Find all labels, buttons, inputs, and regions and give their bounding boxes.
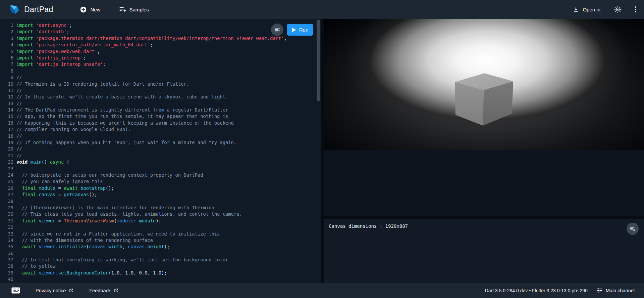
line-number: 6 — [0, 55, 13, 61]
line-number: 17 — [0, 126, 13, 133]
line-number: 20 — [0, 146, 13, 152]
code-line[interactable]: 9// — [0, 74, 321, 81]
code-line[interactable]: 8 — [0, 68, 321, 74]
format-button[interactable] — [271, 24, 283, 36]
code-line[interactable]: 30 // This class lets you load assets, l… — [0, 211, 321, 217]
line-number: 37 — [0, 257, 13, 263]
new-button-label: New — [90, 7, 100, 12]
code-line[interactable]: 38 // to yellow — [0, 263, 321, 269]
line-number: 21 — [0, 153, 13, 159]
code-line[interactable]: 13// — [0, 100, 321, 107]
run-button-label: Run — [299, 27, 309, 33]
samples-button-label: Samples — [129, 7, 149, 12]
channel-selector[interactable]: Main channel — [596, 287, 635, 294]
run-button[interactable]: Run — [287, 24, 313, 36]
code-line[interactable]: 4import 'package:vector_math/vector_math… — [0, 42, 321, 48]
new-button[interactable]: New — [78, 6, 102, 13]
code-line[interactable]: 23 — [0, 166, 321, 172]
code-line[interactable]: 5import 'package:web/web.dart'; — [0, 48, 321, 55]
code-line[interactable]: 24 // boilerplate to setup our rendering… — [0, 172, 321, 178]
code-line[interactable]: 37 // to test that everything is working… — [0, 257, 321, 263]
code-text — [16, 250, 19, 257]
code-text: import 'dart:js_interop_unsafe'; — [16, 61, 106, 68]
code-text: // If nothing happens when you hit "Run"… — [16, 139, 236, 146]
code-line[interactable]: 19// If nothing happens when you hit "Ru… — [0, 139, 321, 146]
code-line[interactable]: 28 — [0, 198, 321, 205]
code-line[interactable]: 29 // [ThermionViewer] is the main inter… — [0, 205, 321, 211]
privacy-notice-link[interactable]: Privacy notice — [36, 288, 74, 293]
code-line[interactable]: 21// — [0, 153, 321, 159]
code-line[interactable]: 6import 'dart:js_interop'; — [0, 55, 321, 61]
code-line[interactable]: 27 final canvas = getCanvas(); — [0, 191, 321, 198]
code-text: // Thermion is a 3D rendering toolkit fo… — [16, 81, 189, 87]
download-icon — [573, 6, 579, 13]
code-line[interactable]: 31 final viewer = ThermionViewerWasm(mod… — [0, 218, 321, 224]
line-number: 29 — [0, 205, 13, 211]
code-line[interactable]: 17// compiler running on Google Cloud Ru… — [0, 126, 321, 133]
line-number: 36 — [0, 250, 13, 257]
code-text: // The DartPad environment is slightly d… — [16, 107, 228, 113]
clear-console-button[interactable] — [627, 223, 639, 235]
line-number: 39 — [0, 270, 13, 276]
code-editor[interactable]: 1import 'dart:async';2import 'dart:math'… — [0, 19, 321, 283]
code-line[interactable]: 11// — [0, 87, 321, 94]
open-in-label: Open in — [583, 7, 600, 12]
code-line[interactable]: 22void main() async { — [0, 159, 321, 165]
external-link-icon — [113, 288, 119, 293]
line-number: 35 — [0, 244, 13, 250]
vertical-splitter[interactable] — [321, 19, 324, 283]
horizontal-splitter[interactable] — [324, 216, 644, 219]
app-title: DartPad — [24, 5, 53, 14]
code-line[interactable]: 12// In this sample, we'll create a basi… — [0, 94, 321, 100]
code-line[interactable]: 20// — [0, 146, 321, 152]
console-output: Canvas dimensions : 644x298 — [329, 223, 408, 229]
code-text — [16, 224, 19, 230]
line-number: 27 — [0, 191, 13, 198]
line-number: 11 — [0, 87, 13, 94]
code-line[interactable]: 3import 'package:thermion_dart/thermion_… — [0, 35, 321, 42]
line-number: 34 — [0, 237, 13, 244]
console-panel: Canvas dimensions : 644x298 — [324, 219, 644, 283]
code-line[interactable]: 32 — [0, 224, 321, 230]
editor-scrollbar-thumb[interactable] — [317, 20, 320, 101]
line-number: 31 — [0, 218, 13, 224]
kebab-menu-icon — [635, 5, 637, 13]
open-in-button[interactable]: Open in — [571, 6, 602, 13]
code-line[interactable]: 16// happening (this is because we aren'… — [0, 120, 321, 126]
code-line[interactable]: 34 // with the dimensions of the renderi… — [0, 237, 321, 244]
code-line[interactable]: 15// app, so the first time you run this… — [0, 113, 321, 120]
sdk-version-text: Dart 3.5.0-284.0.dev • Flutter 3.23.0-13… — [485, 288, 588, 293]
samples-button[interactable]: Samples — [117, 5, 151, 13]
code-text: // — [16, 146, 22, 152]
code-text: // [ThermionViewer] is the main interfac… — [16, 205, 214, 211]
keyboard-shortcuts-button[interactable] — [10, 286, 21, 295]
code-line[interactable]: 36 — [0, 250, 321, 257]
code-line[interactable]: 18// — [0, 133, 321, 139]
code-text: import 'package:thermion_dart/thermion_d… — [16, 35, 287, 42]
code-line[interactable]: 40 — [0, 276, 321, 283]
line-number: 33 — [0, 231, 13, 237]
brightness-sun-icon — [614, 5, 622, 13]
theme-brightness-button[interactable] — [612, 4, 623, 15]
overflow-menu-button[interactable] — [633, 4, 638, 15]
code-line[interactable]: 25 // you can safely ignore this — [0, 178, 321, 185]
code-line[interactable]: 33 // since we're not in a Flutter appli… — [0, 231, 321, 237]
code-text: await viewer.initialize(canvas.width, ca… — [16, 244, 170, 250]
code-text: void main() async { — [16, 159, 69, 165]
code-line[interactable]: 39 await viewer.setBackgroundColor(1.0, … — [0, 270, 321, 276]
code-line[interactable]: 35 await viewer.initialize(canvas.width,… — [0, 244, 321, 250]
line-number: 10 — [0, 81, 13, 87]
code-text: // — [16, 133, 22, 139]
code-line[interactable]: 26 final module = await bootstrap(); — [0, 185, 321, 191]
dart-logo-icon — [9, 4, 20, 15]
render-canvas-3d[interactable] — [324, 19, 644, 150]
line-number: 18 — [0, 133, 13, 139]
code-line[interactable]: 7import 'dart:js_interop_unsafe'; — [0, 61, 321, 68]
code-line[interactable]: 10// Thermion is a 3D rendering toolkit … — [0, 81, 321, 87]
code-text: // compiler running on Google Cloud Run)… — [16, 126, 131, 133]
feedback-link[interactable]: Feedback — [89, 288, 119, 293]
output-panel: Canvas dimensions : 644x298 — [324, 19, 644, 283]
line-number: 2 — [0, 29, 13, 35]
code-text: // — [16, 74, 22, 81]
code-line[interactable]: 14// The DartPad environment is slightly… — [0, 107, 321, 113]
